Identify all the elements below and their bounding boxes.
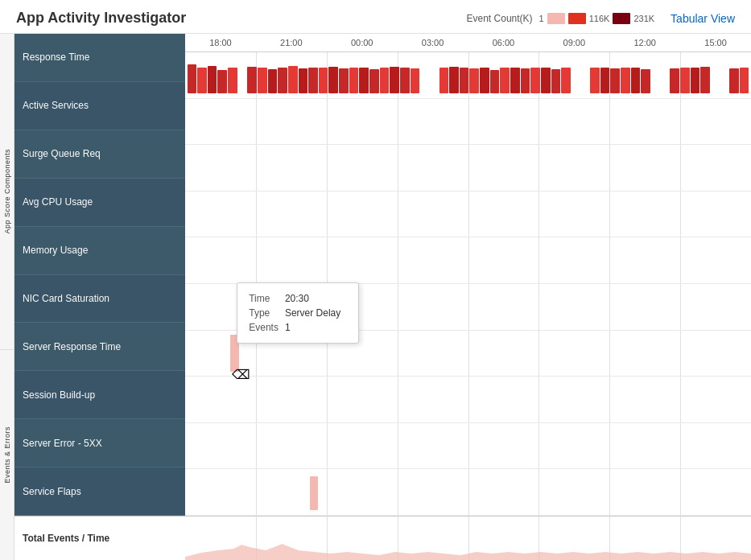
bar-response-time-33 — [521, 68, 530, 93]
time-tick-0300: 03:00 — [398, 38, 468, 47]
time-tick-0900: 09:00 — [538, 38, 609, 47]
bar-response-time-6 — [247, 67, 257, 93]
legend-val-116: 116K — [589, 14, 610, 23]
total-events-fill — [185, 544, 751, 560]
bar-response-time-9 — [278, 68, 287, 93]
bar-response-time-54 — [729, 68, 739, 93]
chart-row-active-services — [185, 99, 751, 146]
group-label-events: Events & Errors — [0, 350, 14, 560]
group-labels: App Score Components Events & Errors — [0, 34, 14, 560]
legend-items: 1 116K 231K — [539, 13, 655, 24]
tooltip-events-value: 1 — [285, 320, 347, 335]
bar-response-time-4 — [228, 68, 237, 93]
bar-response-time-26 — [449, 67, 459, 93]
sidebar-item-response-time[interactable]: Response Time — [14, 34, 185, 82]
chart-row-server-response: Time 20:30 Type Server Delay Events 1 — [185, 331, 751, 377]
bar-response-time-51 — [700, 67, 710, 93]
app-container: App Activity Investigator Event Count(K)… — [0, 0, 751, 560]
bar-response-time-48 — [670, 68, 679, 93]
row-labels-column: Response Time Active Services Surge Queu… — [14, 34, 185, 560]
time-tick-1800: 18:00 — [185, 38, 256, 47]
sidebar-item-service-flaps[interactable]: Service Flaps — [14, 467, 185, 516]
header-right: Event Count(K) 1 116K 231K Tabular View — [467, 12, 735, 25]
total-events-label-row: Total Events / Time — [14, 516, 185, 560]
chart-row-service-flaps — [185, 469, 751, 516]
time-tick-2100: 21:00 — [256, 38, 327, 47]
chart-area: 18:00 21:00 00:00 03:00 06:00 09:00 12:0… — [185, 34, 751, 560]
bar-response-time-8 — [268, 69, 278, 93]
chart-row-session-buildup — [185, 377, 751, 423]
bar-response-time-49 — [680, 68, 690, 93]
bar-response-time-22 — [411, 68, 420, 93]
bar-response-time-1 — [197, 68, 207, 93]
app-score-label: App Score Components — [3, 149, 11, 234]
sidebar-item-session-buildup[interactable]: Session Build-up — [14, 371, 185, 419]
tooltip-time-label: Time — [249, 291, 285, 306]
chart-row-surge-queue — [185, 145, 751, 191]
chart-row-avg-cpu — [185, 191, 751, 238]
sidebar-item-avg-cpu[interactable]: Avg CPU Usage — [14, 179, 185, 227]
bar-response-time-45 — [641, 69, 650, 93]
legend-swatch-1 — [547, 13, 565, 24]
bar-response-time-3 — [217, 70, 227, 93]
bar-response-time-43 — [621, 68, 630, 93]
bars-response-time — [185, 54, 751, 97]
bar-response-time-31 — [500, 68, 510, 93]
bar-response-time-29 — [480, 68, 489, 93]
bar-response-time-50 — [691, 68, 700, 93]
total-events-chart — [185, 516, 751, 560]
chart-rows-container: Time 20:30 Type Server Delay Events 1 — [185, 52, 751, 560]
bar-response-time-30 — [490, 70, 500, 93]
bar-response-time-16 — [349, 68, 359, 93]
bar-response-time-0 — [188, 64, 197, 93]
chart-row-response-time — [185, 52, 751, 99]
bar-response-time-7 — [258, 68, 267, 93]
app-title: App Activity Investigator — [16, 10, 186, 27]
bar-response-time-20 — [390, 67, 399, 93]
bar-response-time-32 — [510, 68, 520, 93]
tooltip-time-value: 20:30 — [285, 291, 347, 306]
time-tick-1200: 12:00 — [609, 38, 680, 47]
bar-response-time-41 — [600, 68, 610, 93]
tooltip: Time 20:30 Type Server Delay Events 1 — [237, 282, 359, 344]
service-flaps-bar — [310, 476, 319, 510]
group-label-app-score: App Score Components — [0, 34, 14, 350]
tooltip-events-label: Events — [249, 320, 285, 335]
total-events-svg — [185, 517, 751, 560]
bar-response-time-13 — [319, 68, 328, 93]
tabular-view-link[interactable]: Tabular View — [671, 12, 735, 25]
bar-response-time-25 — [439, 68, 449, 93]
sidebar-item-surge-queue[interactable]: Surge Queue Req — [14, 130, 185, 179]
legend-val-231: 231K — [633, 14, 654, 23]
bar-response-time-10 — [288, 66, 298, 93]
tooltip-type-value: Server Delay — [285, 306, 347, 320]
chart-row-server-error — [185, 423, 751, 470]
event-count-legend: Event Count(K) 1 116K 231K — [467, 13, 655, 24]
sidebar-item-nic-saturation[interactable]: NIC Card Saturation — [14, 275, 185, 323]
chart-row-memory — [185, 237, 751, 284]
bar-response-time-44 — [631, 68, 641, 93]
tooltip-type-label: Type — [249, 306, 285, 320]
sidebar-item-memory-usage[interactable]: Memory Usage — [14, 227, 185, 275]
bar-response-time-55 — [740, 68, 749, 93]
sidebar-item-active-services[interactable]: Active Services — [14, 82, 185, 130]
bar-response-time-35 — [541, 68, 551, 93]
bar-response-time-21 — [400, 68, 410, 93]
bar-response-time-15 — [339, 68, 349, 93]
time-tick-0600: 06:00 — [468, 38, 539, 47]
bar-response-time-37 — [561, 68, 571, 93]
legend-val-1: 1 — [539, 14, 544, 23]
sidebar-item-server-response[interactable]: Server Response Time — [14, 323, 185, 371]
sidebar-item-server-error[interactable]: Server Error - 5XX — [14, 419, 185, 467]
left-panel: App Score Components Events & Errors Res… — [0, 34, 185, 560]
main-body: App Score Components Events & Errors Res… — [0, 34, 751, 560]
header: App Activity Investigator Event Count(K)… — [0, 0, 751, 34]
bar-response-time-2 — [208, 66, 217, 93]
bar-response-time-34 — [530, 68, 540, 93]
legend-swatch-3 — [613, 13, 630, 24]
time-axis: 18:00 21:00 00:00 03:00 06:00 09:00 12:0… — [185, 34, 751, 52]
bar-response-time-19 — [380, 68, 390, 93]
time-tick-0000: 00:00 — [327, 38, 398, 47]
bar-response-time-14 — [328, 67, 338, 93]
bar-response-time-11 — [299, 68, 308, 93]
